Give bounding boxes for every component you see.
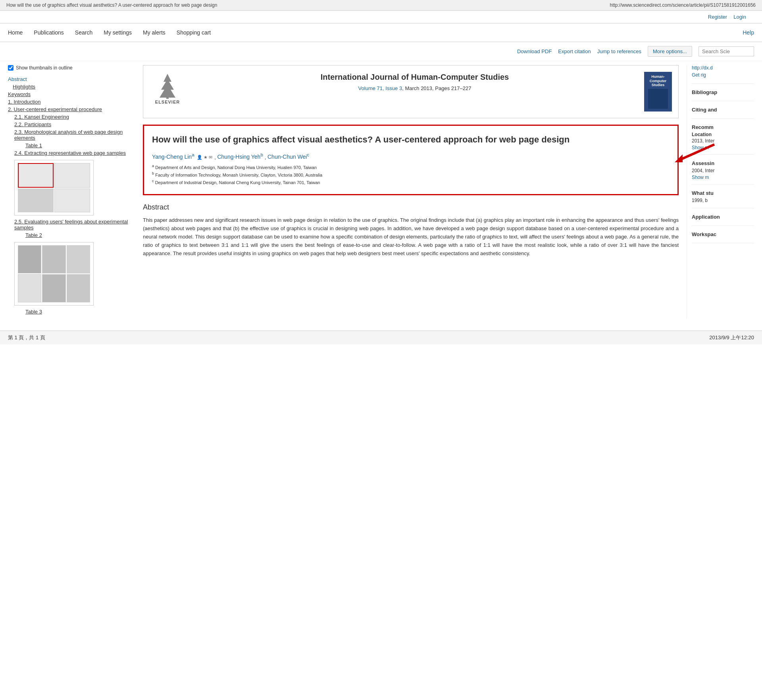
- citing-heading: Citing and: [692, 107, 754, 113]
- affiliation-2: c Department of Industrial Design, Natio…: [152, 179, 670, 185]
- main-layout: Show thumbnails in outline Abstract High…: [0, 61, 762, 323]
- subsection-link-participants[interactable]: 2.2. Participants: [8, 121, 129, 127]
- right-workspace: Workspac: [692, 231, 754, 243]
- keywords-link[interactable]: Keywords: [8, 91, 129, 97]
- abstract-link[interactable]: Abstract: [8, 76, 27, 82]
- sidebar-item-table1[interactable]: Table 1: [8, 142, 129, 148]
- author-link-2[interactable]: Chun-Chun Weic: [267, 154, 309, 160]
- right-doi: http://dx.d Get rig: [692, 65, 754, 84]
- nav-search[interactable]: Search: [75, 29, 92, 36]
- sidebar-item-morphological[interactable]: 2.3. Morphological analysis of web page …: [8, 129, 129, 141]
- thumb2-cell-2: [42, 245, 65, 273]
- thumbnails-toggle[interactable]: Show thumbnails in outline: [8, 65, 129, 71]
- subsection-link-extracting[interactable]: 2.4. Extracting representative web page …: [8, 150, 129, 156]
- journal-cover-inner: Human-ComputerStudies: [647, 73, 670, 110]
- thumb2-cell-1: [18, 245, 41, 273]
- download-pdf-link[interactable]: Download PDF: [517, 48, 552, 54]
- affil-sup-0: a: [152, 164, 154, 168]
- nav-shopping-cart[interactable]: Shopping cart: [177, 29, 211, 36]
- sidebar-item-table3[interactable]: Table 3: [8, 309, 129, 315]
- content-area: ELSEVIER International Journal of Human-…: [135, 65, 687, 319]
- page-url: http://www.sciencedirect.com/science/art…: [610, 2, 756, 8]
- assessing-text: 2004, Inter: [692, 168, 754, 173]
- elsevier-tree-svg: [156, 72, 179, 100]
- status-left: 第 1 頁，共 1 頁: [8, 334, 45, 341]
- doi-link[interactable]: http://dx.d: [692, 65, 754, 71]
- right-recomm: Recomm Location 2013, Inter Show m: [692, 124, 754, 155]
- subsection-link-kansei[interactable]: 2.1. Kansei Engineering: [8, 114, 129, 120]
- journal-cover: Human-ComputerStudies: [644, 72, 672, 112]
- author-link-0[interactable]: Yang-Cheng Lina: [152, 154, 196, 160]
- section-link-user-centered[interactable]: 2. User-centered experimental procedure: [8, 106, 129, 112]
- auth-bar: Register Login: [0, 11, 762, 23]
- sidebar-item-user-centered[interactable]: 2. User-centered experimental procedure: [8, 106, 129, 112]
- show-more-1[interactable]: Show m: [692, 145, 709, 150]
- browser-titlebar: How will the use of graphics affect visu…: [0, 0, 762, 11]
- thumbnail-1: [14, 160, 94, 215]
- affiliation-0: a Department of Arts and Design, Nationa…: [152, 164, 670, 170]
- section-link-intro[interactable]: 1. Introduction: [8, 99, 129, 105]
- nav-links: Home Publications Search My settings My …: [8, 29, 211, 36]
- thumb-cell-3: [18, 188, 54, 212]
- author-link-1[interactable]: Chung-Hsing Yehb: [217, 154, 264, 160]
- sidebar-item-intro[interactable]: 1. Introduction: [8, 99, 129, 105]
- what-sub-text: 1999, b: [692, 198, 754, 203]
- action-bar: Download PDF Export citation Jump to ref…: [0, 42, 762, 61]
- sidebar-item-extracting[interactable]: 2.4. Extracting representative web page …: [8, 150, 129, 156]
- right-applications: Application: [692, 214, 754, 226]
- volume-link[interactable]: Volume 71, Issue 3: [358, 85, 402, 91]
- thumb2-cell-4: [18, 274, 41, 302]
- search-science-input[interactable]: [698, 46, 754, 56]
- table-link-1[interactable]: Table 1: [8, 142, 129, 148]
- nav-home[interactable]: Home: [8, 29, 23, 36]
- sidebar-item-keywords[interactable]: Keywords: [8, 91, 129, 97]
- highlights-link[interactable]: Highlights: [8, 84, 129, 90]
- get-right-link[interactable]: Get rig: [692, 72, 754, 78]
- thumb2-cell-6: [67, 274, 90, 302]
- location-heading: Location: [692, 132, 754, 137]
- svg-marker-1: [160, 74, 175, 98]
- show-more-2[interactable]: Show m: [692, 175, 709, 180]
- bibliograph-heading: Bibliograp: [692, 89, 754, 95]
- right-assessing: Assessin 2004, Inter Show m: [692, 160, 754, 185]
- more-options-button[interactable]: More options...: [648, 46, 692, 57]
- nav-help[interactable]: Help: [743, 29, 754, 36]
- assessing-heading: Assessin: [692, 160, 754, 166]
- login-link[interactable]: Login: [733, 14, 746, 20]
- what-stu-heading: What stu: [692, 190, 754, 196]
- right-what-stu: What stu 1999, b: [692, 190, 754, 208]
- register-link[interactable]: Register: [708, 14, 727, 20]
- abstract-section: Abstract This paper addresses new and si…: [143, 203, 679, 258]
- thumbnails-checkbox[interactable]: [8, 65, 13, 71]
- sidebar-item-highlights[interactable]: Highlights: [8, 84, 129, 90]
- sidebar-nav-2: 2.5. Evaluating users' feelings about ex…: [8, 219, 129, 238]
- right-biblio: Bibliograp: [692, 89, 754, 101]
- sidebar-item-table2[interactable]: Table 2: [8, 232, 129, 238]
- table-link-3[interactable]: Table 3: [8, 309, 129, 315]
- sidebar-item-kansei[interactable]: 2.1. Kansei Engineering: [8, 114, 129, 120]
- subsection-link-evaluating[interactable]: 2.5. Evaluating users' feelings about ex…: [8, 219, 129, 231]
- export-citation-link[interactable]: Export citation: [558, 48, 591, 54]
- author-sup-2: c: [307, 152, 309, 158]
- affil-text-1: Faculty of Information Technology, Monas…: [155, 173, 322, 177]
- sidebar-item-evaluating[interactable]: 2.5. Evaluating users' feelings about ex…: [8, 219, 129, 231]
- affil-text-2: Department of Industrial Design, Nationa…: [155, 180, 320, 185]
- workspace-heading: Workspac: [692, 231, 754, 237]
- author-sup-1: b: [260, 152, 263, 158]
- sidebar-nav: Abstract Highlights Keywords 1. Introduc…: [8, 76, 129, 156]
- thumb-cell-2: [54, 163, 90, 188]
- location-text: 2013, Inter: [692, 138, 754, 144]
- article-title: How will the use of graphics affect visu…: [152, 134, 670, 146]
- nav-my-settings[interactable]: My settings: [104, 29, 132, 36]
- subsection-link-morphological[interactable]: 2.3. Morphological analysis of web page …: [8, 129, 129, 141]
- jump-references-link[interactable]: Jump to references: [597, 48, 641, 54]
- journal-info: International Journal of Human-Computer …: [193, 72, 636, 91]
- status-right: 2013/9/9 上午12:20: [709, 334, 754, 341]
- journal-volume: Volume 71, Issue 3, March 2013, Pages 21…: [193, 85, 636, 91]
- sidebar-item-abstract[interactable]: Abstract: [8, 76, 129, 82]
- sidebar-item-participants[interactable]: 2.2. Participants: [8, 121, 129, 127]
- nav-my-alerts[interactable]: My alerts: [143, 29, 165, 36]
- nav-publications[interactable]: Publications: [34, 29, 64, 36]
- table-link-2[interactable]: Table 2: [8, 232, 129, 238]
- author-name-0: Yang-Cheng Lin: [152, 154, 192, 160]
